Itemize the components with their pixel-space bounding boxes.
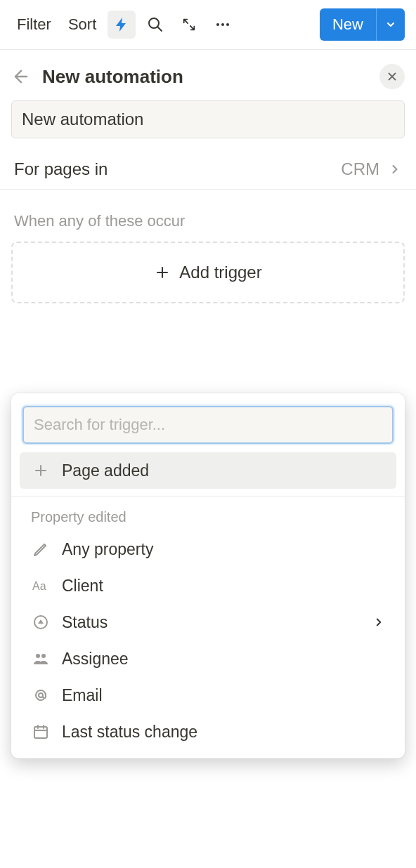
menu-item-page-added[interactable]: Page added xyxy=(20,452,396,489)
new-button-label: New xyxy=(320,8,377,41)
expand-icon xyxy=(181,17,197,32)
filter-button[interactable]: Filter xyxy=(11,11,57,38)
menu-item-last-status-change[interactable]: Last status change xyxy=(20,714,396,750)
close-button[interactable] xyxy=(379,64,405,89)
menu-item-label: Last status change xyxy=(62,723,385,742)
plus-icon xyxy=(154,264,171,281)
menu-item-assignee[interactable]: Assignee xyxy=(20,640,396,677)
add-trigger-button[interactable]: Add trigger xyxy=(11,242,405,303)
chevron-down-icon xyxy=(385,19,396,30)
ellipsis-icon xyxy=(214,16,231,33)
automation-name-input[interactable] xyxy=(11,100,405,138)
svg-rect-10 xyxy=(34,727,47,738)
dropdown-section-label: Property edited xyxy=(11,504,405,531)
trigger-dropdown: Page added Property edited Any property … xyxy=(11,393,405,758)
at-icon xyxy=(32,687,49,704)
chevron-right-icon xyxy=(372,616,385,629)
arrow-left-icon xyxy=(11,67,31,86)
plus-icon xyxy=(32,462,49,479)
more-icon-button[interactable] xyxy=(209,11,237,39)
menu-item-label: Assignee xyxy=(62,650,385,669)
expand-icon-button[interactable] xyxy=(175,11,203,39)
panel-header: New automation xyxy=(0,50,416,100)
toolbar: Filter Sort New xyxy=(0,0,416,50)
calendar-icon xyxy=(32,723,49,740)
add-trigger-label: Add trigger xyxy=(179,263,261,282)
new-button[interactable]: New xyxy=(320,8,405,41)
for-pages-value: CRM xyxy=(341,159,379,179)
name-input-wrapper xyxy=(0,100,416,150)
person-icon xyxy=(32,650,49,667)
chevron-right-icon xyxy=(388,162,402,176)
for-pages-label: For pages in xyxy=(14,159,341,179)
text-icon: Aa xyxy=(32,577,49,594)
search-icon-button[interactable] xyxy=(141,11,169,39)
svg-text:Aa: Aa xyxy=(32,580,46,592)
menu-item-label: Any property xyxy=(62,540,385,559)
menu-item-label: Email xyxy=(62,686,385,705)
divider xyxy=(11,496,405,497)
back-button[interactable] xyxy=(11,67,31,86)
status-icon xyxy=(32,614,49,631)
new-button-dropdown[interactable] xyxy=(377,12,405,37)
menu-item-client[interactable]: Aa Client xyxy=(20,567,396,604)
page-title: New automation xyxy=(42,66,368,88)
svg-line-1 xyxy=(157,27,162,31)
automation-icon-button[interactable] xyxy=(108,11,136,39)
menu-item-label: Client xyxy=(62,577,385,596)
close-icon xyxy=(386,70,398,83)
trigger-section-label: When any of these occur xyxy=(0,212,416,242)
svg-point-8 xyxy=(41,654,46,658)
svg-point-4 xyxy=(226,23,229,26)
menu-item-status[interactable]: Status xyxy=(20,604,396,640)
menu-item-label: Page added xyxy=(62,461,385,480)
svg-point-2 xyxy=(216,23,219,26)
for-pages-row[interactable]: For pages in CRM xyxy=(0,150,416,190)
menu-item-label: Status xyxy=(62,613,361,632)
search-icon xyxy=(147,16,164,33)
sort-button[interactable]: Sort xyxy=(63,11,102,38)
menu-item-any-property[interactable]: Any property xyxy=(20,531,396,567)
svg-point-3 xyxy=(221,23,224,26)
pencil-icon xyxy=(32,541,49,558)
menu-item-email[interactable]: Email xyxy=(20,677,396,714)
lightning-icon xyxy=(113,16,130,33)
trigger-search-input[interactable] xyxy=(22,406,394,444)
svg-point-7 xyxy=(36,654,40,658)
